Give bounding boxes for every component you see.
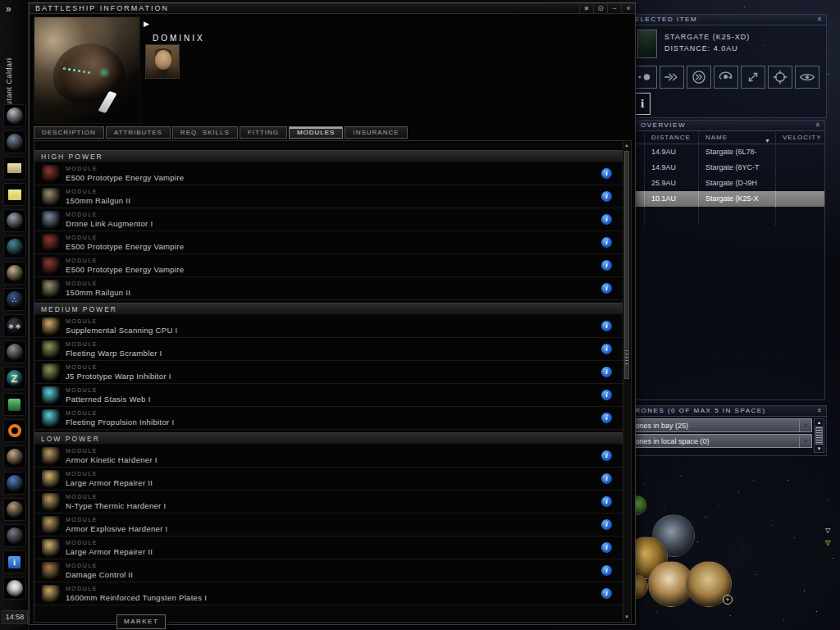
info-icon[interactable]: i [601,344,612,354]
expand-icon[interactable]: » [799,419,811,431]
collapse-icon[interactable]: « [814,123,824,129]
neocom-icon[interactable] [3,445,26,468]
module-row[interactable]: MODULE E500 Prototype Energy Vampire i [34,231,623,254]
selected-item-action-button[interactable] [632,66,657,89]
selected-item-action-button[interactable] [687,66,711,89]
info-icon[interactable]: i [601,283,612,294]
drone-group-row[interactable]: Drones in bay (25) » [623,418,812,432]
info-icon[interactable]: i [601,565,612,576]
scroll-up-icon[interactable]: ▲ [623,142,630,149]
selected-item-action-button[interactable] [768,66,792,89]
module-row[interactable]: MODULE E500 Prototype Energy Vampire i [34,162,623,185]
neocom-icon[interactable] [3,577,26,600]
name-column-header[interactable]: NAME ▼ [698,131,775,144]
velocity-column-header[interactable]: VELOCITY [775,131,824,144]
module-row[interactable]: MODULE Damage Control II i [34,559,623,582]
module-row[interactable]: MODULE Armor Explosive Hardener I i [34,514,623,536]
neocom-icon[interactable] [3,340,26,363]
space-object-icon[interactable]: + [686,561,732,607]
info-icon[interactable]: i [601,321,612,331]
selected-item-action-button[interactable] [714,66,738,89]
neocom-icon[interactable] [3,157,26,180]
neocom-icon[interactable] [3,419,26,442]
friendly-bracket-icon[interactable]: ▽ [825,539,830,546]
info-icon[interactable]: i [601,191,612,202]
expand-icon[interactable]: » [799,435,811,447]
neocom-icon[interactable] [3,393,26,416]
window-titlebar[interactable]: BATTLESHIP INFORMATION ∗ ⊙ − × [30,3,635,14]
overview-row[interactable]: 14.9AU Stargate (6YC-T [621,160,824,176]
neocom-expand-button[interactable]: » [6,3,11,15]
module-row[interactable]: MODULE J5 Prototype Warp Inhibitor I i [34,361,623,384]
neocom-icon[interactable] [3,130,26,153]
drone-group-row[interactable]: Drones in local space (0) » [623,434,812,448]
drones-scrollbar[interactable]: ▲ ▼ [814,418,824,453]
close-button[interactable]: × [621,3,635,13]
module-row[interactable]: MODULE Drone Link Augmentor I i [34,208,623,231]
modules-scrollbar[interactable]: ▲ ▼ [623,142,630,621]
scroll-down-icon[interactable]: ▼ [817,445,822,452]
minimize-button[interactable]: − [607,3,621,13]
opacity-button[interactable]: ⊙ [593,3,607,13]
selected-item-action-button[interactable] [660,66,684,89]
selected-item-action-button[interactable] [795,66,819,89]
module-row[interactable]: MODULE Supplemental Scanning CPU I i [34,315,623,338]
neocom-icon[interactable]: Z [3,367,26,390]
tab[interactable]: DESCRIPTION [34,126,104,139]
neocom-icon[interactable] [3,235,26,258]
tab[interactable]: ATTRIBUTES [106,126,171,139]
module-row[interactable]: MODULE Fleeting Propulsion Inhibitor I i [34,407,623,430]
module-row[interactable]: MODULE Fleeting Warp Scrambler I i [34,338,623,361]
info-icon[interactable]: i [601,588,612,599]
info-icon[interactable]: i [601,214,612,225]
overview-row[interactable]: 25.9AU Stargate (D-I9H [621,176,824,191]
neocom-icon[interactable] [3,183,26,206]
module-row[interactable]: MODULE Armor Kinetic Hardener I i [34,445,623,468]
info-icon[interactable]: i [601,168,612,179]
neocom-icon[interactable] [3,498,26,521]
distance-column-header[interactable]: DISTANCE [644,131,698,144]
module-row[interactable]: MODULE 150mm Railgun II i [34,185,623,208]
module-row[interactable]: MODULE 150mm Railgun II i [34,277,623,300]
expander-arrow-icon[interactable]: ▶ [144,20,149,28]
info-icon[interactable]: i [601,542,612,553]
scroll-up-icon[interactable]: ▲ [817,419,822,426]
selected-item-action-button[interactable] [741,66,765,89]
info-icon[interactable]: i [601,519,612,530]
neocom-icon[interactable]: ∗∗ [3,314,26,337]
stargate-bracket-icon[interactable]: ▽ [825,527,830,534]
info-icon[interactable]: i [601,260,612,271]
info-icon[interactable]: i [601,390,612,400]
neocom-icon[interactable]: ∴ [3,288,26,311]
module-row[interactable]: MODULE Large Armor Repairer II i [34,468,623,491]
scrollbar-thumb[interactable] [624,151,629,379]
neocom-icon[interactable] [3,209,26,232]
scrollbar-thumb[interactable] [815,427,823,445]
info-icon[interactable]: i [601,413,612,423]
module-row[interactable]: MODULE Large Armor Repairer II i [34,536,623,559]
module-row[interactable]: MODULE E500 Prototype Energy Vampire i [34,254,623,277]
info-icon[interactable]: i [601,496,612,507]
tab[interactable]: MODULES [289,126,344,139]
info-icon[interactable]: i [601,237,612,248]
collapse-icon[interactable]: « [815,17,825,23]
neocom-icon[interactable] [3,524,26,547]
tab[interactable]: INSURANCE [345,126,407,139]
overview-row[interactable]: 14.9AU Stargate (6L78- [621,144,824,160]
module-row[interactable]: MODULE 1600mm Reinforced Tungsten Plates… [34,582,623,605]
neocom-icon[interactable] [3,472,26,495]
show-info-button[interactable]: i [634,93,651,115]
pin-button[interactable]: ∗ [579,3,593,13]
overview-row[interactable]: 10.1AU Stargate (K25-X [621,191,824,207]
info-icon[interactable]: i [601,450,612,461]
collapse-icon[interactable]: « [815,409,825,414]
info-icon[interactable]: i [601,473,612,484]
neocom-icon[interactable] [3,104,26,127]
module-row[interactable]: MODULE Patterned Stasis Web I i [34,384,623,407]
character-portrait[interactable] [145,44,180,79]
tab[interactable]: FITTING [240,126,287,139]
module-row[interactable]: MODULE N-Type Thermic Hardener I i [34,491,623,514]
scroll-down-icon[interactable]: ▼ [623,614,630,621]
neocom-icon[interactable] [3,262,26,285]
tab[interactable]: REQ. SKILLS [172,126,238,139]
